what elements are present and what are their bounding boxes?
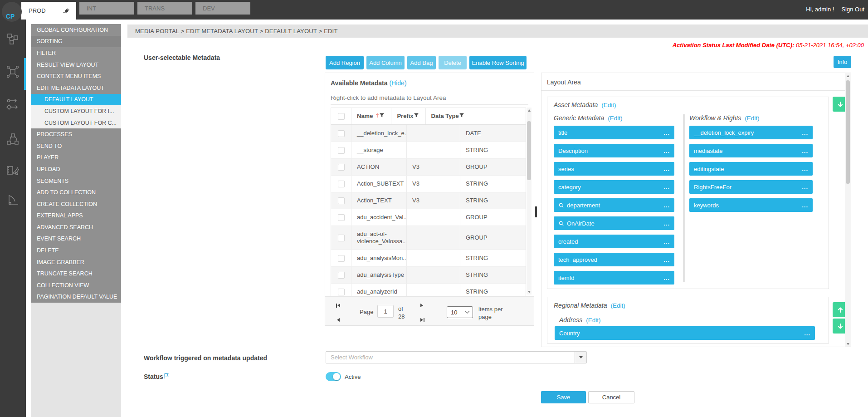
sidebar-item[interactable]: CONTEXT MENU ITEMS xyxy=(31,70,121,82)
metadata-chip[interactable]: Description ... xyxy=(554,144,674,157)
chip-menu-ellipsis[interactable]: ... xyxy=(663,147,670,154)
first-page-button[interactable] xyxy=(336,303,340,308)
metadata-chip[interactable]: departement ... xyxy=(554,198,674,212)
sidebar-item[interactable]: CUSTOM LAYOUT FOR I... xyxy=(31,105,121,117)
previous-page-button[interactable] xyxy=(337,318,340,322)
sidebar-item[interactable]: SEGMENTS xyxy=(31,175,121,187)
chip-menu-ellipsis[interactable]: ... xyxy=(804,330,810,337)
add-column-button[interactable]: Add Column xyxy=(366,56,405,69)
table-row[interactable]: adu_act-of-violence_Valossa... GROUP xyxy=(331,226,526,250)
sign-out-link[interactable]: Sign Out xyxy=(841,6,864,13)
sidebar-item[interactable]: DELETE xyxy=(31,245,121,256)
chip-menu-ellipsis[interactable]: ... xyxy=(663,220,670,227)
row-checkbox[interactable] xyxy=(338,147,345,154)
add-bag-button[interactable]: Add Bag xyxy=(407,56,436,69)
row-checkbox[interactable] xyxy=(338,214,345,221)
workflow-select[interactable]: Select Workflow xyxy=(326,351,587,363)
row-checkbox[interactable] xyxy=(338,272,345,279)
collection-cycle-icon[interactable] xyxy=(6,132,20,146)
cancel-button[interactable]: Cancel xyxy=(588,391,634,403)
table-row[interactable]: adu_analysisMon... STRING xyxy=(331,250,526,266)
address-edit-link[interactable]: (Edit) xyxy=(586,317,600,324)
chip-menu-ellipsis[interactable]: ... xyxy=(802,184,808,191)
scroll-up-icon[interactable] xyxy=(527,108,532,113)
add-region-button[interactable]: Add Region xyxy=(326,56,364,69)
sidebar-item[interactable]: CREATE COLLECTION xyxy=(31,198,121,210)
status-toggle[interactable] xyxy=(326,372,341,381)
table-row[interactable]: __deletion_lock_e... DATE xyxy=(331,125,526,142)
sidebar-item[interactable]: SEND TO xyxy=(31,140,121,152)
table-row[interactable]: __storage STRING xyxy=(331,142,526,158)
row-checkbox[interactable] xyxy=(338,255,345,262)
metadata-chip[interactable]: tech_approved ... xyxy=(554,253,674,266)
row-checkbox[interactable] xyxy=(338,181,345,187)
table-row[interactable]: Action_SUBTEXT V3 STRING xyxy=(331,175,526,192)
sidebar-item[interactable]: CUSTOM LAYOUT FOR C... xyxy=(31,117,121,129)
scroll-down-icon[interactable] xyxy=(845,341,851,347)
asset-metadata-edit-link[interactable]: (Edit) xyxy=(601,102,616,108)
metadata-chip[interactable]: Country ... xyxy=(555,326,815,340)
metadata-chip[interactable]: RightsFreeFor ... xyxy=(689,180,813,194)
table-row[interactable]: adu_analysisType STRING xyxy=(331,266,526,283)
chip-menu-ellipsis[interactable]: ... xyxy=(802,147,808,154)
process-flow-icon[interactable] xyxy=(6,98,20,111)
chip-menu-ellipsis[interactable]: ... xyxy=(802,129,808,136)
sidebar-item[interactable]: GLOBAL CONFIGURATION xyxy=(31,24,121,36)
segment-tool-icon[interactable] xyxy=(6,193,20,207)
media-edit-icon[interactable] xyxy=(6,163,20,177)
sidebar-item[interactable]: UPLOAD xyxy=(31,163,121,175)
sidebar-item[interactable]: PLAYER xyxy=(31,152,121,164)
metadata-configuration-icon[interactable] xyxy=(6,65,20,78)
sidebar-item[interactable]: PROCESSES xyxy=(31,128,121,140)
chip-menu-ellipsis[interactable]: ... xyxy=(802,166,808,172)
sidebar-item[interactable]: EVENT SEARCH xyxy=(31,233,121,245)
sidebar-item[interactable]: IMAGE GRABBER xyxy=(31,256,121,268)
row-checkbox[interactable] xyxy=(338,164,345,171)
sidebar-item[interactable]: ADD TO COLLECTION xyxy=(31,186,121,198)
table-row[interactable]: ACTION V3 GROUP xyxy=(331,158,526,175)
sidebar-item[interactable]: COLLECTION VIEW xyxy=(31,280,121,291)
environment-tab[interactable]: INT xyxy=(79,2,134,15)
metadata-chip[interactable]: series ... xyxy=(554,162,674,176)
chip-menu-ellipsis[interactable]: ... xyxy=(663,256,670,263)
page-size-select[interactable]: 10 xyxy=(447,306,473,318)
chip-menu-ellipsis[interactable]: ... xyxy=(802,202,808,209)
last-page-button[interactable] xyxy=(420,318,424,322)
regional-metadata-edit-link[interactable]: (Edit) xyxy=(610,302,625,309)
metadata-chip[interactable]: mediastate ... xyxy=(689,144,813,157)
chip-menu-ellipsis[interactable]: ... xyxy=(663,129,670,136)
chip-menu-ellipsis[interactable]: ... xyxy=(663,238,670,245)
row-checkbox[interactable] xyxy=(338,235,345,241)
page-input[interactable] xyxy=(377,305,394,318)
save-button[interactable]: Save xyxy=(541,391,586,403)
table-row[interactable]: adu_accident_Val... GROUP xyxy=(331,209,526,226)
panel-splitter-handle[interactable] xyxy=(535,206,537,217)
select-all-checkbox[interactable] xyxy=(338,113,345,120)
metadata-chip[interactable]: title ... xyxy=(554,126,674,139)
sidebar-item[interactable]: EDIT METADATA LAYOUT xyxy=(31,82,121,94)
metadata-chip[interactable]: created ... xyxy=(554,235,674,248)
app-logo[interactable]: CP xyxy=(2,2,22,22)
next-page-button[interactable] xyxy=(420,303,423,308)
filter-funnel-icon[interactable] xyxy=(459,113,464,120)
sidebar-item[interactable]: RESULT VIEW LAYOUT xyxy=(31,59,121,71)
metadata-chip[interactable]: editingstate ... xyxy=(689,162,813,176)
environment-tab[interactable]: PROD xyxy=(21,2,76,20)
sidebar-item[interactable]: PAGINATION DEFAULT VALUE xyxy=(31,291,121,303)
enable-row-sorting-button[interactable]: Enable Row Sorting xyxy=(469,56,527,69)
hide-link[interactable]: (Hide) xyxy=(389,79,406,87)
workflow-rights-edit-link[interactable]: (Edit) xyxy=(745,115,759,122)
sidebar-item[interactable]: ADVANCED SEARCH xyxy=(31,221,121,233)
generic-metadata-edit-link[interactable]: (Edit) xyxy=(608,115,622,122)
layout-area-scrollbar[interactable] xyxy=(845,73,851,347)
info-button[interactable]: Info xyxy=(834,56,851,68)
breadcrumb[interactable]: MEDIA PORTAL > EDIT METADATA LAYOUT > DE… xyxy=(127,25,868,38)
chip-menu-ellipsis[interactable]: ... xyxy=(663,166,670,172)
column-header[interactable]: Data Type xyxy=(425,108,471,124)
table-row[interactable]: Action_TEXT V3 STRING xyxy=(331,192,526,209)
sidebar-item[interactable]: SORTING xyxy=(31,36,121,48)
metadata-chip[interactable]: category ... xyxy=(554,180,674,194)
metadata-chip[interactable]: OnAirDate ... xyxy=(554,216,674,230)
sidebar-item[interactable]: EXTERNAL APPS xyxy=(31,210,121,222)
sidebar-item[interactable]: FILTER xyxy=(31,47,121,59)
